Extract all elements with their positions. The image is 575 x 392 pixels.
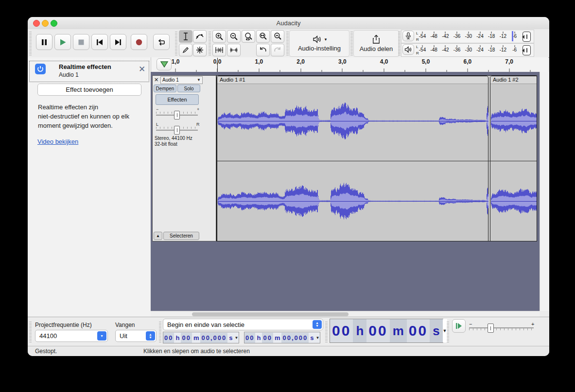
undo-button[interactable]: [256, 44, 270, 56]
timeline-options-button[interactable]: [157, 58, 172, 70]
zoom-out-icon: [229, 32, 238, 41]
playback-meter[interactable]: LR -54-48-42-36-30-24-18-12-6: [401, 43, 534, 57]
tools-toolbar-grip[interactable]: [175, 31, 177, 55]
title-bar[interactable]: Audacity: [28, 17, 549, 30]
project-rate-select[interactable]: 44100 ▼: [35, 330, 108, 342]
silence-audio-button[interactable]: [227, 44, 241, 56]
envelope-tool-button[interactable]: [193, 30, 207, 43]
meter-scale-label: -24: [476, 47, 483, 52]
playback-meter-button[interactable]: [402, 44, 414, 55]
gain-plus-label: +: [197, 107, 199, 112]
chevron-down-icon: ▼: [97, 331, 106, 341]
gain-slider[interactable]: [174, 111, 180, 119]
time-format-caret-icon[interactable]: ▼: [234, 336, 238, 340]
speed-slider-ticks: [469, 328, 534, 330]
timeline-label: 1,0: [172, 58, 180, 65]
track-name-menu[interactable]: Audio 1 ▼: [160, 76, 203, 84]
collapse-track-button[interactable]: ▲: [154, 232, 162, 240]
track-format-line1: Stereo, 44100 Hz: [155, 136, 192, 141]
timeline-pin-icon: [160, 61, 169, 68]
waveform-area[interactable]: Audio 1 #2Audio 1 #1: [216, 75, 537, 241]
skip-to-start-button[interactable]: [91, 34, 108, 50]
chevron-up-down-icon: ▲▼: [313, 320, 322, 329]
effects-description: Realtime effecten zijn niet-destructief …: [38, 103, 142, 131]
skip-to-end-icon: [114, 38, 122, 47]
meter-scale-label: -36: [453, 47, 460, 52]
zoom-fit-button[interactable]: [256, 30, 270, 43]
snap-select[interactable]: Uit ▲▼: [115, 330, 157, 342]
stop-icon: [77, 38, 86, 47]
loop-button[interactable]: [153, 34, 170, 50]
pan-slider[interactable]: [174, 126, 180, 135]
edit-toolbar-grip[interactable]: [209, 31, 211, 55]
redo-button[interactable]: [271, 44, 284, 56]
audio-setup-button[interactable]: ▾ Audio-instelling: [289, 30, 349, 57]
share-audio-button[interactable]: Audio delen: [353, 30, 399, 57]
audio-position-display[interactable]: 00h 00m 00s ▼: [330, 319, 443, 343]
time-toolbar-grip[interactable]: [159, 321, 161, 342]
stop-button[interactable]: [73, 34, 89, 50]
pan-right-label: R: [196, 122, 200, 127]
meter-scale-label: -48: [430, 34, 437, 39]
time-format-caret-icon[interactable]: ▼: [315, 336, 319, 340]
zoom-toggle-button[interactable]: [271, 30, 284, 43]
horizontal-scrollbar-thumb[interactable]: [192, 312, 348, 316]
effects-panel-title: Realtime effecten: [59, 63, 111, 70]
track-effects-button[interactable]: Effecten: [156, 94, 199, 105]
playback-volume-slider[interactable]: [523, 45, 531, 55]
vertical-scrollbar[interactable]: [540, 72, 549, 311]
record-button[interactable]: [131, 34, 147, 50]
recording-meter[interactable]: LR -54-48-42-36-30-24-18-12-6: [401, 30, 534, 43]
close-effects-panel-button[interactable]: ✕: [139, 64, 145, 74]
selection-mode-select[interactable]: Begin en einde van selectie ▲▼: [163, 319, 323, 330]
trim-audio-button[interactable]: [212, 44, 226, 56]
solo-button[interactable]: Solo: [177, 85, 200, 92]
timeline-major-tick: [300, 68, 301, 72]
skip-to-end-button[interactable]: [110, 34, 126, 50]
track-menu-arrow-icon: ▼: [197, 77, 201, 84]
meter-toolbar-grip[interactable]: [398, 31, 401, 55]
clip-title[interactable]: Audio 1 #2: [490, 76, 537, 84]
play-button[interactable]: [54, 34, 71, 50]
meter-scale-label: -12: [500, 47, 506, 52]
selection-end-time[interactable]: 00h 00m 00,000s ▼: [244, 332, 320, 343]
selection-toolbar-grip[interactable]: [29, 321, 32, 342]
selection-start-time[interactable]: 00h 00m 00,000s ▼: [163, 332, 239, 343]
timeline-label: 1,0: [255, 58, 263, 65]
waveform-canvas[interactable]: [217, 84, 537, 241]
audio-setup-toolbar-grip[interactable]: [286, 31, 289, 55]
meter-scale-label: -12: [500, 34, 506, 39]
share-toolbar-grip[interactable]: [350, 31, 353, 55]
bigtime-toolbar-grip[interactable]: [325, 321, 328, 342]
zoom-out-button[interactable]: [227, 30, 241, 43]
record-meter-peak-indicator: [512, 31, 513, 41]
recording-meter-button[interactable]: [402, 31, 414, 41]
pause-button[interactable]: [36, 34, 52, 50]
selection-tool-button[interactable]: [179, 30, 192, 43]
draw-tool-button[interactable]: [179, 44, 192, 56]
transport-toolbar-grip[interactable]: [29, 31, 32, 55]
status-bar: Gestopt. Klikken en slepen om audio te s…: [28, 346, 549, 356]
multi-tool-icon: [196, 46, 204, 54]
zoom-selection-button[interactable]: [242, 30, 255, 43]
play-speed-slider[interactable]: [488, 324, 494, 333]
toolbar: ▾ Audio-instelling Audio delen LR: [28, 29, 549, 58]
zoom-in-button[interactable]: [212, 30, 226, 43]
timeline-ruler[interactable]: 1,00,01,02,03,04,05,06,07,0: [151, 57, 548, 72]
close-track-button[interactable]: ✕: [154, 77, 158, 83]
play-at-speed-button[interactable]: [452, 319, 466, 333]
clip-title[interactable]: Audio 1 #1: [217, 76, 488, 84]
playspeed-toolbar-grip[interactable]: [447, 321, 449, 342]
play-icon: [58, 38, 67, 47]
watch-video-link[interactable]: Video bekijken: [37, 138, 78, 145]
select-track-button[interactable]: Selecteren: [163, 232, 199, 240]
bottom-toolbar: Projectfrequentie (Hz) 44100 ▼ Vangen Ui…: [28, 317, 549, 346]
window-title: Audacity: [28, 19, 549, 27]
multi-tool-button[interactable]: [193, 44, 207, 56]
power-icon[interactable]: [35, 64, 46, 74]
recording-volume-slider[interactable]: [523, 32, 531, 42]
add-effect-button[interactable]: Effect toevoegen: [37, 84, 141, 96]
zoom-in-icon: [215, 32, 224, 41]
mute-button[interactable]: Dempen: [154, 85, 176, 92]
gain-minus-label: −: [156, 107, 158, 112]
